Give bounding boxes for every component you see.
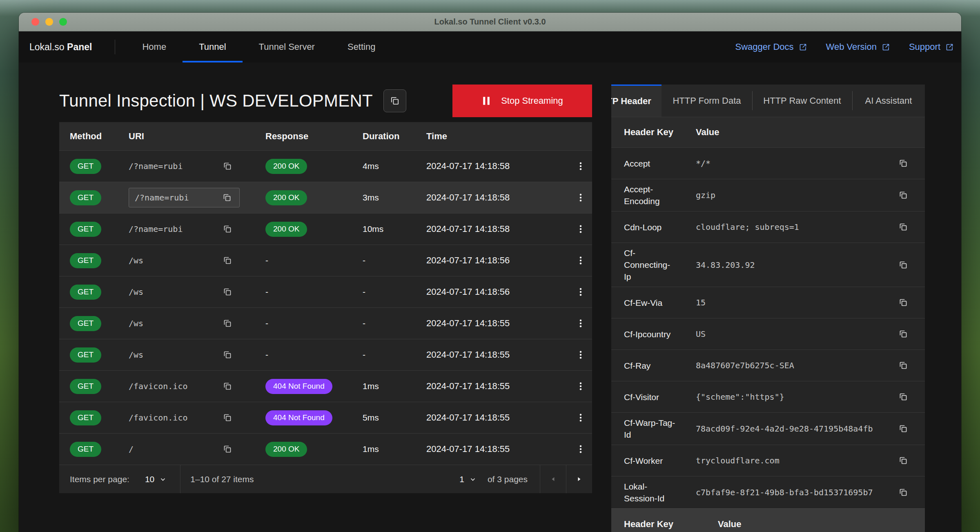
tab-ai-assistant[interactable]: AI Assistant xyxy=(852,85,925,117)
row-menu-button[interactable] xyxy=(576,224,586,234)
header-key-column-label: Header Key xyxy=(624,519,718,530)
row-menu-button[interactable] xyxy=(576,350,586,360)
copy-uri-button[interactable] xyxy=(223,256,232,265)
table-row[interactable]: GET/?name=rubi200 OK3ms2024-07-17 14:18:… xyxy=(59,182,592,213)
header-value: 15 xyxy=(696,298,898,307)
copy-value-button[interactable] xyxy=(898,329,908,339)
table-row[interactable]: GET/ws--2024-07-17 14:18:56 xyxy=(59,245,592,276)
pages-count-label: of 3 pages xyxy=(488,474,528,484)
page-number-select[interactable]: 1 xyxy=(459,474,476,484)
time-cell: 2024-07-17 14:18:55 xyxy=(426,412,569,423)
row-menu-button[interactable] xyxy=(576,381,586,391)
table-row[interactable]: GET/ws--2024-07-17 14:18:55 xyxy=(59,307,592,339)
copy-uri-button[interactable] xyxy=(223,444,232,454)
copy-value-button[interactable] xyxy=(898,361,908,370)
nav-item-setting[interactable]: Setting xyxy=(331,31,392,62)
close-button[interactable] xyxy=(31,18,39,26)
table-row[interactable]: GET/200 OK1ms2024-07-17 14:18:55 xyxy=(59,433,592,465)
copy-uri-button[interactable] xyxy=(223,224,232,234)
method-cell: GET xyxy=(59,253,129,268)
items-range-label: 1–10 of 27 items xyxy=(190,474,254,484)
method-cell: GET xyxy=(59,222,129,237)
uri-cell: /?name=rubi xyxy=(129,161,265,171)
items-per-page-select[interactable]: 10 xyxy=(145,474,166,484)
prev-page-button[interactable] xyxy=(540,465,566,493)
copy-value-button[interactable] xyxy=(898,392,908,402)
external-link-icon xyxy=(882,43,890,51)
response-cell: - xyxy=(265,318,363,328)
copy-value-button[interactable] xyxy=(898,190,908,200)
row-menu-button[interactable] xyxy=(576,161,586,171)
row-menu-button[interactable] xyxy=(576,444,586,454)
method-cell: GET xyxy=(59,379,129,394)
copy-title-button[interactable] xyxy=(383,89,406,112)
copy-uri-button[interactable] xyxy=(223,381,232,391)
time-cell: 2024-07-17 14:18:58 xyxy=(426,161,569,171)
method-cell: GET xyxy=(59,410,129,425)
copy-value-button[interactable] xyxy=(898,456,908,465)
table-row[interactable]: GET/ws--2024-07-17 14:18:55 xyxy=(59,339,592,370)
header-row: Lokal-Session-Idc7bfaf9e-8f21-49b8-bfa3-… xyxy=(611,476,925,508)
copy-value-button[interactable] xyxy=(898,222,908,232)
copy-uri-button[interactable] xyxy=(223,161,232,171)
nav-item-home[interactable]: Home xyxy=(126,31,183,62)
header-key: Cf-Ipcountry xyxy=(624,328,696,340)
external-link-icon xyxy=(945,43,954,51)
copy-value-button[interactable] xyxy=(898,298,908,307)
tab-http-form-data[interactable]: HTTP Form Data xyxy=(662,85,752,117)
copy-uri-button[interactable] xyxy=(223,350,232,360)
copy-uri-button[interactable] xyxy=(223,287,232,297)
copy-value-button[interactable] xyxy=(898,260,908,270)
stop-streaming-label: Stop Streaming xyxy=(501,96,563,106)
minimize-button[interactable] xyxy=(45,18,53,26)
row-menu-button[interactable] xyxy=(576,256,586,265)
header-value: c7bfaf9e-8f21-49b8-bfa3-bd15371695b7 xyxy=(696,487,898,497)
caret-left-icon xyxy=(550,476,557,483)
zoom-button[interactable] xyxy=(59,18,67,26)
copy-value-button[interactable] xyxy=(898,487,908,497)
table-row[interactable]: GET/?name=rubi200 OK4ms2024-07-17 14:18:… xyxy=(59,150,592,182)
method-badge: GET xyxy=(70,347,101,363)
tab-label: AI Assistant xyxy=(865,96,912,106)
uri-text: / xyxy=(129,444,134,454)
header-value: gzip xyxy=(696,190,898,200)
request-headers-table-body: Accept*/*Accept-EncodinggzipCdn-Loopclou… xyxy=(611,147,925,508)
response-empty: - xyxy=(265,256,268,265)
nav-link-swagger-docs[interactable]: Swagger Docs xyxy=(735,42,807,52)
row-menu-button[interactable] xyxy=(576,287,586,297)
table-row[interactable]: GET/?name=rubi200 OK10ms2024-07-17 14:18… xyxy=(59,213,592,245)
tab-http-raw-content[interactable]: HTTP Raw Content xyxy=(752,85,852,117)
header-key: Accept-Encoding xyxy=(624,183,696,207)
items-per-page-value: 10 xyxy=(145,474,154,484)
header-key: Cf-Visitor xyxy=(624,391,696,403)
row-menu-button[interactable] xyxy=(576,318,586,328)
nav-item-tunnel[interactable]: Tunnel xyxy=(183,31,242,62)
header-key: Cf-Worker xyxy=(624,455,696,467)
stop-streaming-button[interactable]: Stop Streaming xyxy=(452,85,592,117)
copy-uri-button[interactable] xyxy=(222,193,232,203)
copy-uri-button[interactable] xyxy=(223,318,232,328)
table-row[interactable]: GET/favicon.ico404 Not Found1ms2024-07-1… xyxy=(59,370,592,402)
header-value: trycloudflare.com xyxy=(696,456,898,465)
header-key: Cf-Connecting-Ip xyxy=(624,247,696,283)
next-page-button[interactable] xyxy=(566,465,592,493)
nav-link-support[interactable]: Support xyxy=(909,42,954,52)
row-menu-button[interactable] xyxy=(576,193,586,203)
uri-text: /?name=rubi xyxy=(129,224,183,234)
nav-link-web-version[interactable]: Web Version xyxy=(826,42,890,52)
uri-wrap: /favicon.ico xyxy=(129,381,240,391)
titlebar: Lokal.so Tunnel Client v0.3.0 xyxy=(19,13,961,31)
copy-value-button[interactable] xyxy=(898,424,908,434)
header-value: 78acd09f-92e4-4a2d-9e28-47195b48a4fb xyxy=(696,424,898,434)
header-row: Cf-Visitor{"scheme":"https"} xyxy=(611,381,925,412)
duration-cell: - xyxy=(363,318,426,328)
response-badge: 404 Not Found xyxy=(265,410,332,425)
copy-uri-button[interactable] xyxy=(223,413,232,423)
uri-cell: /favicon.ico xyxy=(129,413,265,423)
nav-item-tunnel-server[interactable]: Tunnel Server xyxy=(243,31,331,62)
row-menu-button[interactable] xyxy=(576,413,586,423)
tab-http-header[interactable]: HTTP Header xyxy=(611,85,662,117)
copy-value-button[interactable] xyxy=(898,158,908,168)
table-row[interactable]: GET/ws--2024-07-17 14:18:56 xyxy=(59,276,592,307)
table-row[interactable]: GET/favicon.ico404 Not Found5ms2024-07-1… xyxy=(59,402,592,433)
